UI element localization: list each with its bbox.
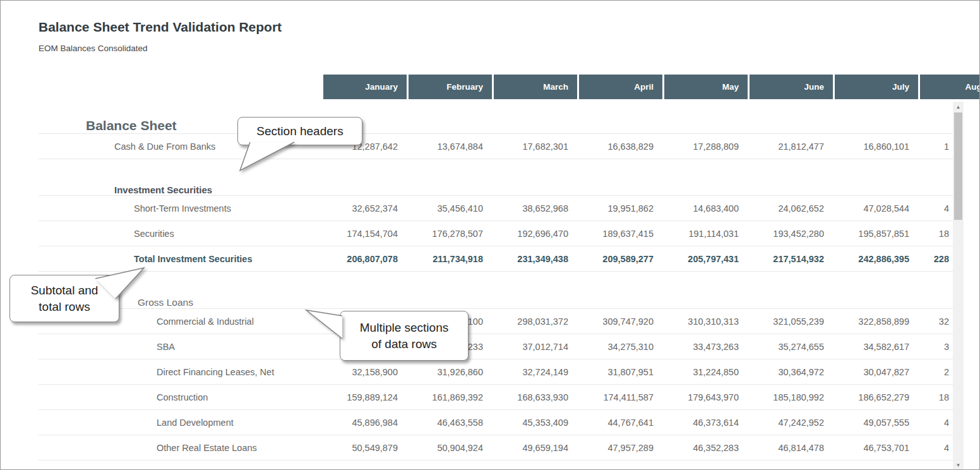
cell-value: 17,288,809 [664, 134, 748, 159]
table-row: Other Real Estate Loans50,549,87950,904,… [39, 435, 953, 461]
scrollbar-thumb[interactable] [954, 112, 962, 220]
cell-value: 159,889,124 [323, 385, 407, 409]
cell-value: 19,951,862 [579, 196, 662, 220]
cell-value: 4 [920, 196, 949, 220]
balance-sheet-title-row: Balance Sheet [39, 99, 953, 134]
row-label: Multifamily [157, 461, 200, 470]
cell-value: 242,886,395 [835, 246, 918, 271]
cell-value: 199,277,875 [579, 461, 662, 470]
cell-value: 13,674,884 [409, 134, 492, 159]
cell-value: 205,797,431 [664, 246, 748, 271]
cell-value: 32,724,149 [494, 359, 577, 384]
cell-value: 186,652,279 [835, 385, 918, 409]
cell-value: 34,582,617 [835, 334, 918, 359]
table-row: Direct Financing Leases, Net32,158,90031… [39, 359, 953, 385]
cell-value: 18 [920, 385, 949, 409]
cell-value: 30,047,827 [835, 359, 918, 384]
cell-value: 49,659,194 [494, 435, 577, 460]
cell-value: 31,807,951 [579, 359, 662, 384]
cell-value: 50,904,924 [409, 435, 492, 460]
month-header-june: June [750, 75, 833, 99]
cell-value: 2 [920, 359, 949, 384]
table-row: Construction159,889,124161,869,392168,63… [39, 385, 953, 410]
month-header-january: January [323, 75, 407, 99]
cell-value: 168,633,930 [494, 385, 577, 409]
row-label: Other Real Estate Loans [157, 435, 257, 460]
cell-value: 49,057,555 [835, 410, 918, 435]
cell-value: 176,278,507 [409, 221, 492, 246]
cell-value: 189,637,415 [579, 221, 662, 246]
cell-value: 19 [920, 461, 949, 470]
row-label: Construction [157, 385, 208, 409]
cell-value: 46,814,478 [750, 435, 833, 460]
row-label: Total Investment Securities [134, 246, 252, 271]
cell-value: 35,456,410 [409, 196, 492, 220]
row-label: Balance Sheet [86, 99, 177, 138]
cell-value: 37,012,714 [494, 334, 577, 359]
cell-value: 14,683,400 [664, 196, 748, 220]
month-header-february: February [409, 75, 492, 99]
cell-value: 193,452,280 [750, 221, 833, 246]
month-header-july: July [835, 75, 918, 99]
cell-value: 228 [920, 246, 949, 271]
cell-value: 195,857,851 [835, 221, 918, 246]
cell-value: 209,589,277 [579, 246, 662, 271]
cell-value: 322,858,899 [835, 309, 918, 334]
cell-value: 32 [920, 309, 949, 334]
callout-tail [302, 306, 347, 341]
section-header-row: Gross Loans [39, 272, 953, 309]
cell-value: 310,310,313 [664, 309, 748, 334]
row-label: Securities [134, 221, 174, 246]
table-row: Land Development45,896,98446,463,55845,3… [39, 410, 953, 435]
cell-value: 45,896,984 [323, 410, 407, 435]
cell-value: 3 [920, 334, 949, 359]
cell-value: 21,812,477 [750, 134, 833, 159]
table-row: Multifamily171,648,223184,298,060184,489… [39, 461, 953, 470]
vertical-scrollbar[interactable]: ▲ ▼ [953, 102, 964, 470]
cell-value: 18 [920, 221, 949, 246]
cell-value: 46,463,558 [409, 410, 492, 435]
callout-multiple-sections: Multiple sections of data rows [340, 311, 469, 361]
table-body: Balance SheetCash & Due From Banks12,287… [39, 99, 953, 470]
month-header-row: JanuaryFebruaryMarchAprilMayJuneJulyAugu… [323, 75, 980, 99]
scroll-up-icon[interactable]: ▲ [953, 102, 964, 112]
month-header-march: March [494, 75, 577, 99]
cell-value: 309,747,920 [579, 309, 662, 334]
cell-value: 46,373,614 [664, 410, 748, 435]
cell-value: 171,648,223 [323, 461, 407, 470]
month-header-april: April [579, 75, 662, 99]
scroll-down-icon[interactable]: ▼ [953, 461, 964, 470]
table-row: Commercial & Industrial100298,031,372309… [39, 309, 953, 334]
cell-value: 321,055,239 [750, 309, 833, 334]
row-label: SBA [157, 334, 175, 359]
cell-value: 217,514,932 [750, 246, 833, 271]
cell-value: 44,767,641 [579, 410, 662, 435]
row-label: Investment Securities [114, 159, 212, 201]
cell-value: 35,274,655 [750, 334, 833, 359]
cell-value: 179,643,970 [664, 385, 748, 409]
row-label: Land Development [157, 410, 234, 435]
cell-value: 33,473,263 [664, 334, 748, 359]
table-row: SBA23337,012,71434,275,31033,473,26335,2… [39, 334, 953, 359]
total-row: Total Investment Securities206,807,07821… [39, 246, 953, 272]
section-header-row: Investment Securities [39, 159, 953, 196]
cell-value: 45,353,409 [494, 410, 577, 435]
cell-value: 231,349,438 [494, 246, 577, 271]
cell-value: 17,682,301 [494, 134, 577, 159]
cell-value: 211,734,918 [409, 246, 492, 271]
cell-value: 32,158,900 [323, 359, 407, 384]
cell-value: 31,224,850 [664, 359, 748, 384]
cell-value: 34,275,310 [579, 334, 662, 359]
table-row: Securities174,154,704176,278,507192,696,… [39, 221, 953, 246]
table-row: Cash & Due From Banks12,287,64213,674,88… [39, 134, 953, 159]
table-row: Short-Term Investments32,652,37435,456,4… [39, 196, 953, 221]
cell-value: 185,180,992 [750, 385, 833, 409]
cell-value: 30,364,972 [750, 359, 833, 384]
callout-tail [90, 263, 148, 300]
report-page: Balance Sheet Trend Validation Report EO… [0, 0, 980, 470]
month-header-may: May [664, 75, 748, 99]
cell-value: 195,362,715 [750, 461, 833, 470]
cell-value: 4 [920, 435, 949, 460]
cell-value: 161,869,392 [409, 385, 492, 409]
cell-value: 192,696,470 [494, 221, 577, 246]
